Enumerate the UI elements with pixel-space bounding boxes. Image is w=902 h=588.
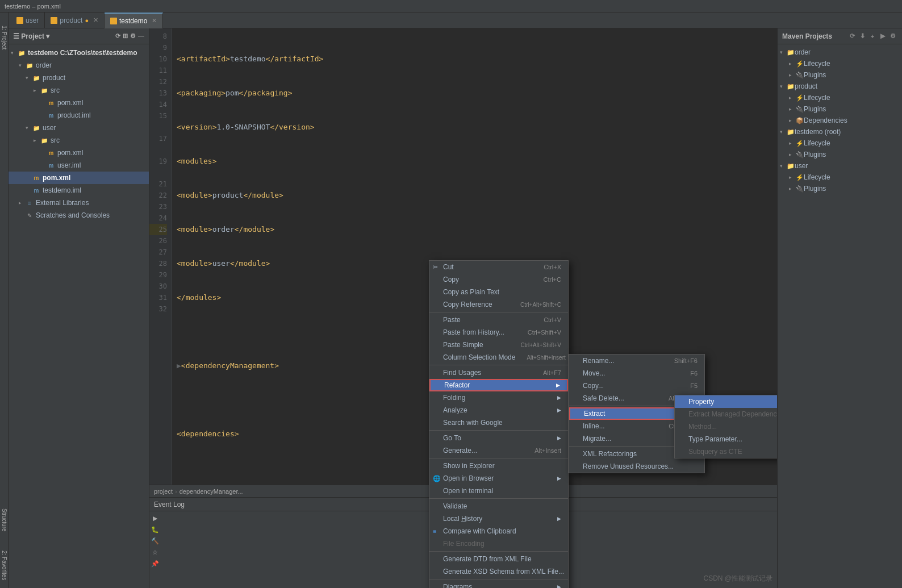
- editor-area: 89101112131415 17 19 2122232425262728293…: [149, 28, 777, 588]
- maven-lifecycle-icon-testdemo: ⚡: [796, 140, 804, 147]
- extract-subquery-label: Subquery as CTE: [688, 448, 742, 456]
- menu-item-copy[interactable]: Copy Ctrl+C: [429, 273, 568, 286]
- menu-item-copy-ref[interactable]: Copy Reference Ctrl+Alt+Shift+C: [429, 298, 568, 311]
- tree-item-product-pom[interactable]: m pom.xml: [9, 97, 149, 109]
- maven-folder-icon-order: 📁: [787, 49, 795, 56]
- code-line-12: <module>product</module>: [177, 190, 772, 201]
- menu-item-paste-label: Paste: [443, 316, 461, 324]
- menu-item-paste-simple[interactable]: Paste Simple Ctrl+Alt+Shift+V: [429, 339, 568, 351]
- run-icon[interactable]: ▶: [151, 514, 160, 523]
- tab-product[interactable]: product ● ✕: [45, 12, 105, 28]
- maven-item-product-lifecycle[interactable]: ▸ ⚡ Lifecycle: [778, 92, 902, 103]
- tab-close-testdemo[interactable]: ✕: [152, 17, 157, 24]
- menu-item-compare-clipboard[interactable]: ≡ Compare with Clipboard: [429, 525, 568, 537]
- menu-item-copy-plain[interactable]: Copy as Plain Text: [429, 286, 568, 298]
- menu-item-column-selection[interactable]: Column Selection Mode Alt+Shift+Insert: [429, 351, 568, 364]
- menu-item-search-google[interactable]: Search with Google: [429, 416, 568, 429]
- menu-item-analyze[interactable]: Analyze ▶: [429, 404, 568, 416]
- menu-item-folding[interactable]: Folding ▶: [429, 391, 568, 404]
- maven-item-testdemo-lifecycle[interactable]: ▸ ⚡ Lifecycle: [778, 137, 902, 149]
- menu-item-validate[interactable]: Validate: [429, 500, 568, 512]
- build-icon[interactable]: 🔨: [151, 536, 160, 545]
- menu-item-generate[interactable]: Generate... Alt+Insert: [429, 444, 568, 457]
- menu-item-open-terminal[interactable]: Open in terminal: [429, 485, 568, 497]
- menu-item-diagrams-arrow: ▶: [557, 584, 561, 588]
- label-testdemo-iml: testdemo.iml: [43, 186, 81, 194]
- menu-item-gen-dtd[interactable]: Generate DTD from XML File: [429, 553, 568, 565]
- menu-item-diagrams[interactable]: Diagrams ▶: [429, 581, 568, 588]
- menu-item-find-usages[interactable]: Find Usages Alt+F7: [429, 366, 568, 379]
- pin-icon[interactable]: 📌: [151, 559, 160, 568]
- arrow-order: ▾: [19, 62, 26, 68]
- settings-icon[interactable]: ⚙: [130, 32, 136, 40]
- menu-item-paste[interactable]: Paste Ctrl+V: [429, 314, 568, 326]
- menu-item-paste-history[interactable]: Paste from History... Ctrl+Shift+V: [429, 326, 568, 339]
- separator-1: [429, 312, 568, 312]
- maven-item-user[interactable]: ▾ 📁 user: [778, 160, 902, 172]
- arrow-user-src: ▸: [34, 137, 40, 143]
- menu-item-gen-xsd[interactable]: Generate XSD Schema from XML File...: [429, 565, 568, 578]
- tree-item-product-src[interactable]: ▸ 📁 src: [9, 84, 149, 97]
- tree-item-product-iml[interactable]: m product.iml: [9, 109, 149, 122]
- refactor-copy-shortcut: F5: [690, 382, 698, 389]
- menu-item-local-history[interactable]: Local History ▶: [429, 512, 568, 525]
- tab-label-testdemo: testdemo: [119, 17, 147, 25]
- debug-icon[interactable]: 🐛: [151, 525, 160, 534]
- tree-item-scratches[interactable]: ✎ Scratches and Consoles: [9, 209, 149, 222]
- maven-item-user-lifecycle[interactable]: ▸ ⚡ Lifecycle: [778, 172, 902, 183]
- tree-item-product[interactable]: ▾ 📁 product: [9, 72, 149, 84]
- menu-item-refactor[interactable]: Refactor ▶: [429, 379, 568, 391]
- tree-item-testdemo-pom[interactable]: m pom.xml: [9, 172, 149, 184]
- maven-item-product-plugins[interactable]: ▸ 🔌 Plugins: [778, 103, 902, 115]
- arrow-testdemo: ▾: [11, 50, 18, 56]
- extract-type-param[interactable]: Type Parameter...: [675, 433, 777, 445]
- hide-icon[interactable]: —: [138, 32, 144, 40]
- extract-property[interactable]: Property Ctrl+Alt+V: [675, 395, 777, 408]
- maven-download-icon[interactable]: ⬇: [858, 32, 867, 41]
- maven-item-product-deps[interactable]: ▸ 📦 Dependencies: [778, 115, 902, 126]
- tree-item-ext-libs[interactable]: ▸ ≡ External Libraries: [9, 197, 149, 209]
- expand-icon[interactable]: ⊞: [123, 32, 128, 40]
- menu-item-find-usages-shortcut: Alt+F7: [543, 369, 561, 376]
- xml-icon-testdemo-pom: m: [32, 174, 40, 182]
- maven-add-icon[interactable]: +: [868, 32, 877, 41]
- project-sidebar-btn[interactable]: 1: Project: [0, 15, 8, 60]
- tree-item-user[interactable]: ▾ 📁 user: [9, 122, 149, 134]
- tab-user[interactable]: user: [11, 12, 45, 28]
- maven-item-order-lifecycle[interactable]: ▸ ⚡ Lifecycle: [778, 58, 902, 69]
- maven-settings-icon[interactable]: ⚙: [888, 32, 897, 41]
- bookmark-icon[interactable]: ☆: [151, 548, 160, 557]
- maven-label-testdemo-plugins: Plugins: [804, 151, 826, 159]
- menu-item-show-explorer[interactable]: Show in Explorer: [429, 460, 568, 472]
- menu-item-goto[interactable]: Go To ▶: [429, 432, 568, 444]
- menu-item-copy-plain-label: Copy as Plain Text: [443, 288, 499, 296]
- maven-item-order-plugins[interactable]: ▸ 🔌 Plugins: [778, 69, 902, 81]
- refactor-copy[interactable]: Copy... F5: [569, 380, 704, 392]
- refactor-move[interactable]: Move... F6: [569, 367, 704, 380]
- tree-item-order[interactable]: ▾ 📁 order: [9, 59, 149, 72]
- menu-item-cut[interactable]: ✂ Cut Ctrl+X: [429, 261, 568, 273]
- tab-testdemo[interactable]: testdemo ✕: [105, 12, 163, 28]
- maven-item-testdemo-plugins[interactable]: ▸ 🔌 Plugins: [778, 149, 902, 160]
- sync-icon[interactable]: ⟳: [115, 32, 120, 40]
- structure-sidebar-btn[interactable]: Structure: [0, 497, 8, 543]
- favorites-sidebar-btn[interactable]: 2: Favorites: [0, 543, 8, 588]
- maven-item-user-plugins[interactable]: ▸ 🔌 Plugins: [778, 183, 902, 194]
- menu-item-open-browser[interactable]: 🌐 Open in Browser ▶: [429, 472, 568, 485]
- tree-item-user-pom[interactable]: m pom.xml: [9, 147, 149, 159]
- tree-item-user-iml[interactable]: m user.iml: [9, 159, 149, 172]
- maven-exec-icon[interactable]: ▶: [878, 32, 887, 41]
- maven-item-order[interactable]: ▾ 📁 order: [778, 47, 902, 58]
- maven-refresh-icon[interactable]: ⟳: [847, 32, 857, 41]
- refactor-remove-unused[interactable]: Remove Unused Resources...: [569, 460, 704, 473]
- tab-close-product[interactable]: ✕: [93, 16, 98, 24]
- tree-item-testdemo-iml[interactable]: m testdemo.iml: [9, 184, 149, 197]
- maven-item-product[interactable]: ▾ 📁 product: [778, 81, 902, 92]
- refactor-rename[interactable]: Rename... Shift+F6: [569, 355, 704, 367]
- label-user-src: src: [51, 136, 60, 144]
- tab-label-product: product: [60, 16, 82, 24]
- tree-item-testdemo-root[interactable]: ▾ 📁 testdemo C:\ZTools\test\testdemo: [9, 47, 149, 59]
- tree-item-user-src[interactable]: ▸ 📁 src: [9, 134, 149, 147]
- iml-icon-user: m: [47, 161, 55, 169]
- maven-item-testdemo[interactable]: ▾ 📁 testdemo (root): [778, 126, 902, 137]
